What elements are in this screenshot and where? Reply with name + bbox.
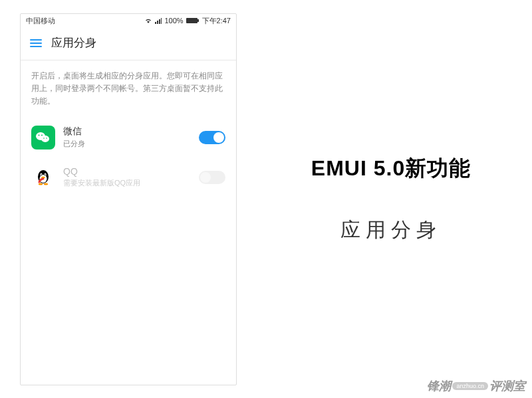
svg-point-7 (46, 138, 47, 139)
svg-point-15 (39, 183, 43, 185)
svg-point-12 (41, 174, 42, 175)
qq-icon (31, 165, 55, 189)
app-info: 微信 已分身 (63, 126, 191, 149)
svg-rect-0 (186, 18, 198, 23)
app-status-label: 已分身 (63, 139, 191, 149)
menu-icon[interactable] (30, 39, 42, 47)
svg-point-5 (41, 134, 43, 136)
watermark-text: 锋潮 (427, 378, 451, 394)
svg-rect-1 (198, 19, 199, 22)
app-name-label: QQ (63, 166, 191, 177)
phone-screenshot: 中国移动 100% 下午2:47 应用分身 开启后，桌面将生成相应的分身应用。您… (20, 13, 237, 385)
wechat-icon (31, 126, 55, 149)
feature-subtitle: 应用分身 (340, 217, 442, 244)
svg-point-16 (44, 183, 48, 185)
battery-percent: 100% (164, 17, 183, 25)
watermark-suffix: 评测室 (489, 378, 525, 394)
svg-point-4 (39, 134, 40, 136)
app-info: QQ 需要安装最新版QQ应用 (63, 166, 191, 188)
watermark: 锋潮 anzhuo.cn 评测室 (427, 378, 525, 394)
time-label: 下午2:47 (202, 16, 231, 26)
app-status-label: 需要安装最新版QQ应用 (63, 178, 191, 188)
app-item-qq: QQ 需要安装最新版QQ应用 (21, 157, 236, 197)
svg-point-3 (41, 136, 49, 142)
feature-title: EMUI 5.0新功能 (311, 154, 471, 183)
status-bar: 中国移动 100% 下午2:47 (21, 14, 236, 27)
qq-toggle (199, 171, 225, 184)
app-item-wechat: 微信 已分身 (21, 118, 236, 157)
svg-point-13 (45, 174, 46, 175)
carrier-label: 中国移动 (26, 16, 55, 26)
watermark-badge: anzhuo.cn (452, 382, 488, 390)
wifi-icon (144, 17, 152, 24)
battery-icon (186, 17, 200, 24)
wechat-toggle[interactable] (199, 131, 225, 144)
signal-icon (155, 17, 162, 24)
page-title: 应用分身 (51, 35, 96, 50)
feature-panel: EMUI 5.0新功能 应用分身 (237, 0, 532, 398)
status-indicators: 100% 下午2:47 (144, 16, 231, 26)
app-name-label: 微信 (63, 126, 191, 138)
svg-point-6 (43, 138, 45, 139)
page-header: 应用分身 (21, 27, 236, 60)
feature-description: 开启后，桌面将生成相应的分身应用。您即可在相同应用上，同时登录两个不同帐号。第三… (21, 60, 236, 118)
